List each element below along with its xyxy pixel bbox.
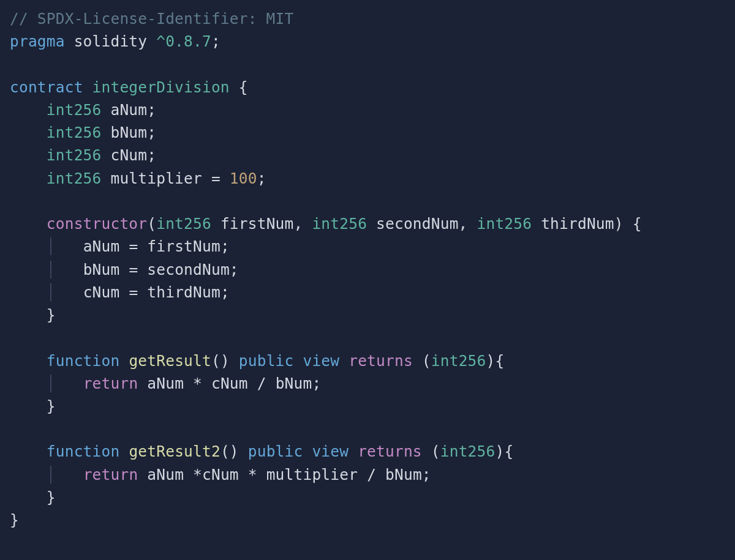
indent-guide: │ — [47, 237, 83, 255]
code-token: view — [303, 352, 339, 370]
code-line: │ return aNum * cNum / bNum; — [10, 375, 321, 392]
indent-guide — [10, 215, 47, 233]
indent-guide — [10, 352, 47, 370]
code-editor-content: // SPDX-License-Identifier: MIT pragma s… — [0, 0, 735, 541]
indent-guide — [10, 397, 47, 415]
indent-guide — [10, 101, 47, 119]
code-token: cNum — [211, 375, 248, 392]
code-token: aNum — [147, 375, 184, 392]
code-token: bNum — [110, 124, 147, 141]
indent-guide — [10, 146, 47, 164]
code-token — [138, 237, 147, 255]
code-token: int256 — [440, 442, 496, 460]
code-token: int256 — [156, 215, 211, 233]
code-token: ; — [221, 237, 230, 255]
code-token — [202, 375, 211, 392]
code-token — [230, 352, 239, 370]
code-token: secondNum — [147, 261, 230, 278]
code-line: int256 cNum; — [10, 146, 156, 164]
indent-guide: │ — [47, 261, 83, 278]
code-token — [119, 352, 129, 370]
code-token: pragma — [10, 32, 65, 50]
code-token: bNum — [276, 375, 312, 392]
code-token — [138, 283, 147, 301]
code-token: { — [495, 352, 504, 370]
code-token — [119, 237, 129, 255]
code-token: public — [239, 352, 294, 370]
code-line: } — [10, 488, 56, 506]
code-line: // SPDX-License-Identifier: MIT — [10, 10, 293, 28]
code-token — [230, 78, 239, 96]
code-token: ; — [211, 32, 221, 50]
code-token: int256 — [47, 146, 102, 164]
code-token: int256 — [312, 215, 367, 233]
code-token: getResult — [129, 352, 211, 370]
code-token: ; — [230, 261, 239, 278]
code-token — [221, 170, 230, 187]
code-token — [102, 101, 111, 119]
code-token: return — [83, 375, 138, 392]
code-token — [624, 215, 633, 233]
indent-guide — [10, 466, 47, 483]
code-token — [349, 442, 358, 460]
code-token: { — [633, 215, 642, 233]
code-token: = — [129, 283, 138, 301]
code-token: int256 — [431, 352, 486, 370]
code-token — [138, 466, 147, 483]
code-token: , — [293, 215, 303, 233]
code-token: return — [83, 466, 138, 483]
code-token — [102, 170, 111, 187]
code-token: int256 — [47, 170, 102, 187]
code-token — [239, 442, 248, 460]
code-token — [239, 466, 248, 483]
code-token: ; — [312, 375, 321, 392]
code-token: contract — [10, 78, 83, 96]
code-token: ) — [614, 215, 624, 233]
code-token: } — [47, 306, 56, 324]
code-token — [257, 466, 266, 483]
code-line: function getResult2() public view return… — [10, 442, 513, 460]
code-token — [102, 124, 111, 141]
code-line: int256 aNum; — [10, 101, 156, 119]
code-token: returns — [358, 442, 422, 460]
indent-guide — [10, 283, 47, 301]
code-token: cNum — [110, 146, 147, 164]
code-token — [413, 352, 422, 370]
code-token: / — [367, 466, 376, 483]
code-token: thirdNum — [147, 283, 221, 301]
code-token: { — [504, 442, 513, 460]
code-token — [339, 352, 349, 370]
code-token: ; — [257, 170, 266, 187]
indent-guide — [10, 488, 47, 506]
code-token — [65, 32, 74, 50]
code-token: function — [47, 352, 120, 370]
code-token: multiplier — [266, 466, 358, 483]
code-line: } — [10, 511, 19, 529]
code-token — [138, 261, 147, 278]
code-token: cNum — [202, 466, 239, 483]
code-token: / — [257, 375, 266, 392]
code-token — [248, 375, 257, 392]
code-token — [202, 170, 211, 187]
code-token — [184, 375, 193, 392]
code-token: { — [239, 78, 248, 96]
indent-guide — [10, 306, 47, 324]
code-line: constructor(int256 firstNum, int256 seco… — [10, 215, 642, 233]
indent-guide: │ — [47, 466, 83, 483]
code-line: │ cNum = thirdNum; — [10, 283, 230, 301]
code-token: thirdNum — [541, 215, 614, 233]
code-token: multiplier — [110, 170, 202, 187]
code-token: 100 — [230, 170, 257, 187]
code-token: ( — [422, 352, 431, 370]
code-token — [119, 442, 129, 460]
indent-guide — [10, 261, 47, 278]
code-token: firstNum — [147, 237, 221, 255]
code-token — [468, 215, 477, 233]
indent-guide — [10, 124, 47, 141]
code-token: int256 — [47, 101, 102, 119]
code-token — [119, 261, 129, 278]
code-line: function getResult() public view returns… — [10, 352, 504, 370]
code-token: bNum — [83, 261, 120, 278]
indent-guide — [10, 170, 47, 187]
code-token: int256 — [47, 124, 102, 141]
